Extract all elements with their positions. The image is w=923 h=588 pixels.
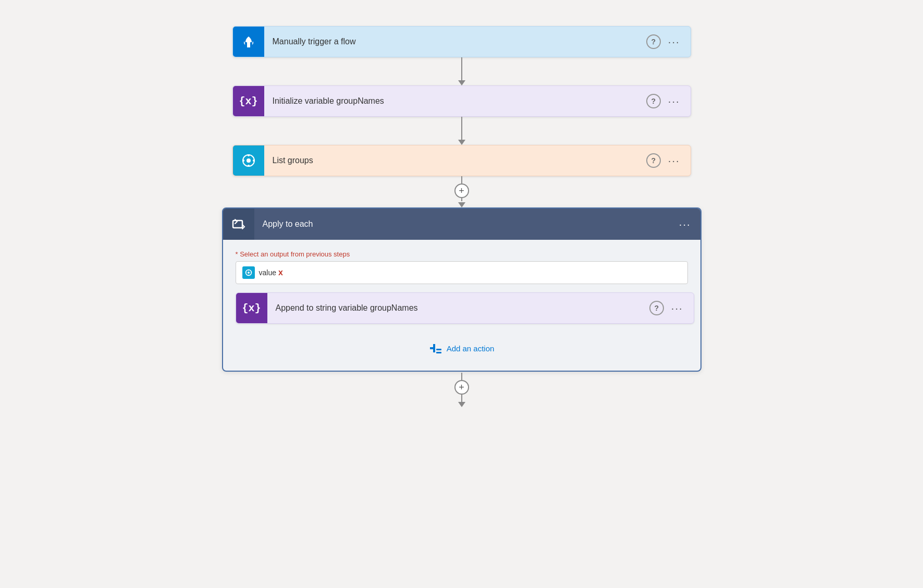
svg-point-4 [248,154,250,156]
trigger-more-button[interactable]: ··· [667,34,681,50]
svg-point-3 [247,158,251,163]
apply-each-title: Apply to each [254,210,679,238]
trigger-card: Manually trigger a flow ? ··· [232,26,691,57]
bottom-line-top [461,373,462,380]
trigger-icon [233,27,264,57]
connector-plus-1: + [454,176,469,207]
connector-2 [458,117,465,145]
svg-point-1 [250,41,251,42]
value-tag: value x [259,268,283,277]
connector-line-1 [461,57,462,80]
apply-each-more-button[interactable]: ··· [679,218,700,230]
svg-point-5 [248,165,250,167]
connector-1 [458,57,465,85]
append-variable-icon: {x} [236,293,267,323]
variable-init-actions: ? ··· [646,93,691,109]
append-variable-card: {x} Append to string variable groupNames… [236,292,694,324]
add-action-icon [429,341,442,355]
svg-rect-16 [433,344,435,352]
svg-point-14 [251,272,252,273]
variable-icon: {x} [233,86,264,116]
add-step-button-bottom[interactable]: + [454,380,469,395]
variable-init-label: Initialize variable groupNames [264,87,646,115]
apply-each-icon [223,209,254,240]
trigger-help-button[interactable]: ? [646,34,661,49]
list-groups-card: List groups ? ··· [232,145,691,176]
variable-init-help-button[interactable]: ? [646,94,661,108]
add-action-label: Add an action [447,344,495,353]
add-step-button-1[interactable]: + [454,183,469,198]
variable-init-card: {x} Initialize variable groupNames ? ··· [232,85,691,117]
list-groups-actions: ? ··· [646,153,691,169]
output-icon-small [242,266,255,279]
svg-point-12 [248,275,249,276]
svg-rect-17 [436,352,441,353]
output-select-box[interactable]: value x [236,261,688,284]
connector-plus-line-bottom-1 [461,198,462,201]
trigger-actions: ? ··· [646,34,691,50]
svg-point-10 [248,272,250,274]
variable-init-more-button[interactable]: ··· [667,93,681,109]
bottom-line-bottom [461,395,462,402]
connector-plus-line-top-1 [461,176,462,183]
connector-line-2 [461,117,462,140]
append-variable-icon-symbol: {x} [242,302,261,314]
apply-each-container: Apply to each ··· * Select an output fro… [222,207,702,372]
list-groups-icon [233,145,264,176]
flow-canvas: Manually trigger a flow ? ··· {x} Initia… [227,16,696,407]
value-tag-text: value [259,268,276,277]
svg-point-6 [242,160,244,162]
variable-icon-symbol: {x} [239,95,257,107]
bottom-connector: + [454,372,469,407]
output-selector-section: * Select an output from previous steps [236,250,688,284]
append-variable-help-button[interactable]: ? [649,301,664,315]
svg-point-0 [245,41,247,42]
svg-point-7 [253,160,255,162]
append-variable-label: Append to string variable groupNames [267,294,649,322]
output-select-label: * Select an output from previous steps [236,250,688,258]
apply-each-body: * Select an output from previous steps [223,240,700,371]
append-variable-actions: ? ··· [649,300,694,316]
value-tag-close[interactable]: x [278,268,283,277]
apply-each-header: Apply to each ··· [223,209,700,240]
svg-rect-18 [436,349,441,350]
bottom-arrow [458,402,465,407]
list-groups-label: List groups [264,146,646,175]
connector-arrow-3 [458,202,465,207]
add-action-row[interactable]: Add an action [236,332,688,360]
list-groups-help-button[interactable]: ? [646,153,661,168]
svg-point-11 [248,270,249,271]
svg-point-13 [245,272,247,273]
list-groups-more-button[interactable]: ··· [667,153,681,169]
connector-arrow-2 [458,140,465,145]
connector-arrow-1 [458,80,465,85]
append-variable-more-button[interactable]: ··· [670,300,684,316]
trigger-label: Manually trigger a flow [264,28,646,56]
